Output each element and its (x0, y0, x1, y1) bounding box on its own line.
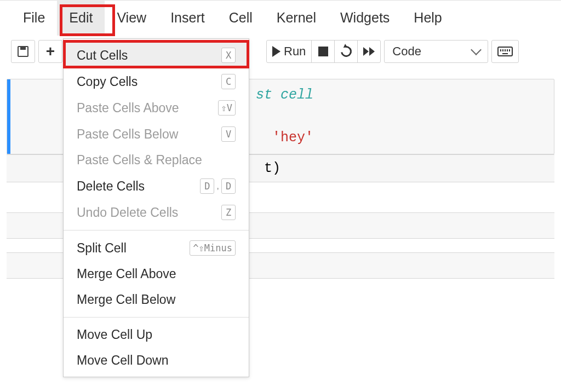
chevron-down-icon (471, 44, 482, 55)
dd-separator (64, 317, 249, 318)
toolbar-run-group: Run (266, 40, 381, 63)
restart-icon (339, 44, 354, 59)
run-label: Run (284, 44, 306, 59)
dd-shortcut: V (221, 126, 236, 142)
dd-label: Merge Cell Below (77, 292, 175, 307)
dd-copy-cells[interactable]: Copy Cells C (64, 68, 249, 95)
dd-move-up[interactable]: Move Cell Up (64, 322, 249, 348)
dd-cut-cells[interactable]: Cut Cells X (64, 42, 249, 68)
dd-separator (64, 230, 249, 230)
dd-split-cell[interactable]: Split Cell ^⇧Minus (64, 235, 249, 261)
toolbar-palette-group (491, 40, 519, 63)
dd-merge-below[interactable]: Merge Cell Below (64, 287, 249, 313)
dd-label: Copy Cells (77, 74, 138, 89)
dd-shortcut: ^⇧Minus (190, 240, 236, 256)
save-icon (18, 46, 28, 57)
command-palette-button[interactable] (492, 41, 518, 62)
menu-insert[interactable]: Insert (158, 0, 217, 36)
cell-type-select[interactable]: Code (384, 40, 488, 63)
toolbar-save-group (11, 40, 35, 63)
dd-label: Paste Cells & Replace (77, 153, 202, 168)
restart-run-all-button[interactable] (357, 41, 380, 62)
code-tail: t) (264, 160, 280, 176)
dd-label: Cut Cells (77, 48, 128, 63)
cell-1-content: st cell 'hey' (246, 79, 323, 154)
dd-delete-cells[interactable]: Delete Cells D,D (64, 173, 249, 199)
menu-cell[interactable]: Cell (217, 0, 265, 36)
save-button[interactable] (12, 41, 35, 62)
dd-label: Paste Cells Above (77, 101, 179, 116)
dd-shortcut: ⇧V (218, 100, 236, 116)
dd-undo-delete: Undo Delete Cells Z (64, 199, 249, 226)
dd-paste-below: Paste Cells Below V (64, 121, 249, 147)
dd-label: Move Cell Down (77, 353, 168, 368)
code-comment: st cell (256, 87, 313, 103)
play-icon (272, 46, 280, 57)
dd-shortcut: Z (221, 205, 236, 220)
dd-shortcut: X (221, 48, 236, 63)
menu-file[interactable]: File (11, 0, 57, 36)
dd-label: Split Cell (77, 241, 127, 256)
toolbar-add-group: + (38, 40, 62, 63)
menu-edit[interactable]: Edit (57, 0, 105, 36)
plus-icon: + (46, 44, 55, 59)
code-text (256, 130, 264, 146)
menu-help[interactable]: Help (402, 0, 454, 36)
restart-button[interactable] (334, 41, 357, 62)
run-button[interactable]: Run (267, 41, 311, 62)
menu-widgets[interactable]: Widgets (328, 0, 402, 36)
dd-paste-above: Paste Cells Above ⇧V (64, 95, 249, 121)
menu-kernel[interactable]: Kernel (265, 0, 328, 36)
dd-label: Undo Delete Cells (77, 205, 178, 220)
menu-view[interactable]: View (105, 0, 158, 36)
keyboard-icon (497, 47, 513, 56)
stop-icon (318, 47, 328, 56)
dd-label: Paste Cells Below (77, 127, 178, 142)
dd-label: Move Cell Up (77, 327, 152, 342)
dd-shortcut: C (221, 74, 236, 89)
dd-label: Merge Cell Above (77, 267, 176, 281)
dd-label: Delete Cells (77, 179, 145, 194)
add-cell-button[interactable]: + (39, 41, 62, 62)
cell-type-label: Code (392, 44, 421, 59)
menubar: File Edit View Insert Cell Kernel Widget… (0, 0, 561, 35)
dd-merge-above[interactable]: Merge Cell Above (64, 261, 249, 287)
dd-move-down[interactable]: Move Cell Down (64, 348, 249, 373)
code-string: 'hey' (264, 130, 313, 146)
dd-shortcut: D,D (200, 178, 236, 194)
dd-paste-replace: Paste Cells & Replace (64, 147, 249, 173)
edit-dropdown: Cut Cells X Copy Cells C Paste Cells Abo… (63, 38, 249, 377)
fast-forward-icon (363, 47, 375, 56)
interrupt-button[interactable] (311, 41, 334, 62)
